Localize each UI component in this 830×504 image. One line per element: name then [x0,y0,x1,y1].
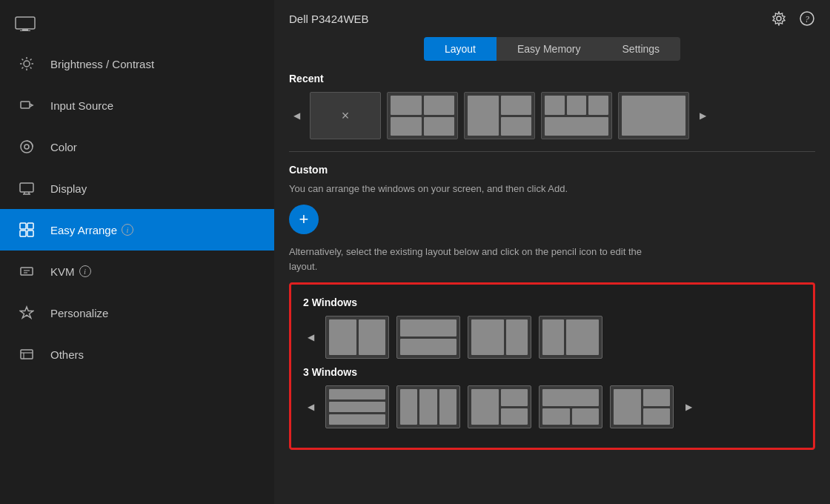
svg-rect-15 [20,183,33,192]
three-windows-row: ◀ [303,385,801,428]
recent-thumb-1[interactable] [310,92,381,139]
three-windows-prev[interactable]: ◀ [303,399,318,414]
sidebar-top-area [0,7,274,43]
sidebar-label-others: Others [50,348,84,361]
layouts-panel: 2 Windows ◀ [289,282,815,450]
svg-rect-19 [20,223,26,229]
brightness-icon [18,55,36,73]
others-icon [18,345,36,363]
sidebar-item-kvm[interactable]: KVM i [0,251,274,292]
two-windows-row: ◀ [303,316,801,359]
recent-thumb-5[interactable] [618,92,689,139]
recent-label: Recent [289,73,815,84]
main-content: Dell P3424WEB ? Layout Easy Memory Setti… [274,0,830,504]
layout-2-3[interactable] [468,316,531,359]
sidebar-label-kvm: KVM i [50,265,91,278]
svg-point-30 [777,16,781,21]
easy-arrange-icon [18,221,36,239]
tab-easy-memory[interactable]: Easy Memory [497,37,602,61]
alt-text: Alternatively, select the existing layou… [289,245,645,273]
header: Dell P3424WEB ? [274,0,830,34]
divider [289,151,815,152]
svg-rect-27 [21,350,33,359]
sidebar-label-color: Color [50,141,77,153]
add-custom-button[interactable]: + [289,205,319,234]
star-icon [18,304,36,322]
sidebar-item-display[interactable]: Display [0,168,274,209]
svg-line-11 [22,67,24,69]
sidebar-label-display: Display [50,182,87,195]
header-icons: ? [771,10,815,27]
monitor-icon [15,16,36,31]
recent-thumb-2[interactable] [387,92,458,139]
sidebar-label-personalize: Personalize [50,307,108,319]
svg-rect-0 [16,17,35,29]
recent-thumb-4[interactable] [541,92,612,139]
layout-2-2[interactable] [396,316,460,359]
recent-thumb-3[interactable] [464,92,535,139]
display-icon [18,179,36,197]
help-icon[interactable]: ? [799,10,815,27]
recent-prev-arrow[interactable]: ◀ [289,108,304,123]
easy-arrange-info-icon[interactable]: i [122,224,133,236]
tab-layout[interactable]: Layout [424,37,497,61]
svg-rect-2 [20,30,30,31]
svg-rect-1 [22,29,28,30]
svg-marker-26 [21,307,33,318]
sidebar-item-others[interactable]: Others [0,334,274,375]
three-windows-label: 3 Windows [303,366,801,378]
svg-line-10 [30,59,32,61]
sidebar-item-input-source[interactable]: Input Source [0,84,274,126]
layout-3-2[interactable] [396,385,460,428]
sidebar-item-brightness[interactable]: Brightness / Contrast [0,43,274,84]
two-windows-prev[interactable]: ◀ [303,330,318,345]
svg-point-14 [24,145,29,149]
tab-settings[interactable]: Settings [602,37,681,61]
content-area: Recent ◀ [274,73,830,504]
recent-next-arrow[interactable]: ▶ [695,108,710,123]
kvm-info-icon[interactable]: i [79,265,91,277]
svg-rect-12 [21,102,30,108]
custom-desc: You can arrange the windows on your scre… [289,183,815,194]
sidebar-item-personalize[interactable]: Personalize [0,292,274,334]
layout-2-1[interactable] [325,316,389,359]
layout-3-3[interactable] [468,385,531,428]
layout-2-4[interactable] [539,316,602,359]
sidebar-label-input-source: Input Source [50,99,113,112]
monitor-title: Dell P3424WEB [289,13,369,25]
tab-bar: Layout Easy Memory Settings [274,37,830,61]
recent-row: ◀ [289,92,815,139]
svg-rect-21 [20,231,26,236]
svg-rect-20 [27,223,33,229]
layout-3-1[interactable] [325,385,389,428]
settings-icon[interactable] [771,10,787,27]
sidebar-label-brightness: Brightness / Contrast [50,58,154,70]
sidebar-item-easy-arrange[interactable]: Easy Arrange i [0,209,274,251]
color-icon [18,138,36,156]
input-source-icon [18,96,36,114]
svg-line-8 [22,59,24,61]
svg-rect-23 [21,268,33,275]
custom-label: Custom [289,164,815,176]
three-windows-next[interactable]: ▶ [681,399,696,414]
svg-rect-22 [27,231,33,236]
layout-3-4[interactable] [539,385,602,428]
sidebar-label-easy-arrange: Easy Arrange i [50,224,133,236]
sidebar: Brightness / Contrast Input Source Color [0,0,274,504]
two-windows-label: 2 Windows [303,296,801,308]
layout-3-5[interactable] [610,385,674,428]
kvm-icon [18,262,36,280]
sidebar-item-color[interactable]: Color [0,126,274,168]
svg-text:?: ? [805,14,809,24]
svg-point-3 [24,61,30,67]
svg-line-9 [30,67,32,69]
